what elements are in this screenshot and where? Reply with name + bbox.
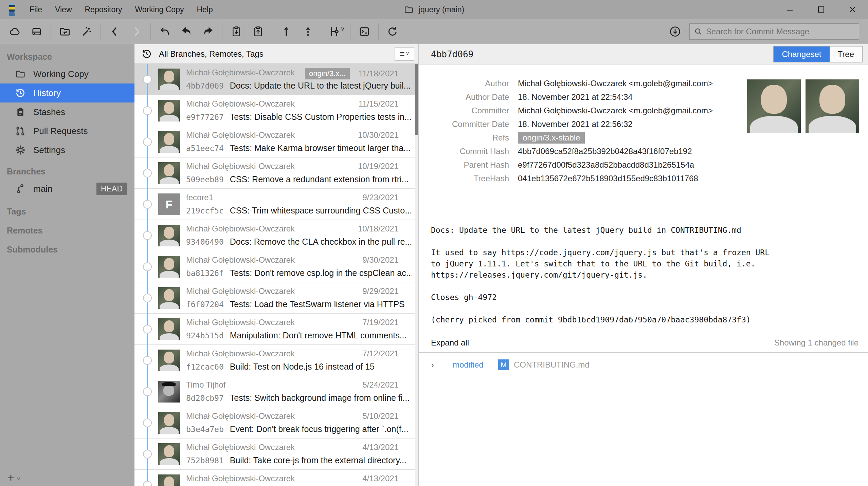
- commit-graph-node: [143, 200, 152, 209]
- commit-meta: 4/13/2021: [362, 443, 399, 452]
- section-workspace: Workspace: [0, 51, 134, 62]
- stash-save-button[interactable]: [225, 22, 247, 41]
- close-button[interactable]: [837, 0, 868, 19]
- commit-date: 7/12/2021: [362, 349, 399, 358]
- field-label: Committer Date: [431, 119, 509, 129]
- section-branches[interactable]: Branches: [0, 166, 134, 177]
- sidebar-item-pull-requests[interactable]: Pull Requests: [0, 122, 134, 141]
- chevron-right-icon[interactable]: ›: [431, 360, 453, 370]
- wand-button[interactable]: [76, 22, 97, 41]
- tab-changeset[interactable]: Changeset: [774, 46, 829, 62]
- scrollbar-thumb[interactable]: [415, 64, 418, 135]
- commit-row[interactable]: Michał Gołębiowski-Owczarek 9/29/2021 f6…: [134, 282, 418, 314]
- menu-help[interactable]: Help: [190, 0, 219, 19]
- push-dashed-button[interactable]: [297, 22, 319, 41]
- commit-list-scrollbar[interactable]: [415, 64, 418, 486]
- field-label: Author Date: [431, 92, 509, 102]
- field-label: Author: [431, 79, 509, 88]
- commit-hash: 924b515d: [186, 331, 224, 340]
- commit-graph-node: [143, 231, 152, 240]
- commit-avatar: [158, 287, 180, 309]
- tab-tree[interactable]: Tree: [830, 46, 862, 62]
- commit-date: 11/18/2021: [359, 69, 399, 78]
- commit-row[interactable]: Michał Gołębiowski-Owczarek 9/30/2021 ba…: [134, 251, 418, 282]
- commit-row[interactable]: Michał Gołębiowski-Owczarek 7/12/2021 f1…: [134, 345, 418, 376]
- cloud-button[interactable]: [4, 22, 26, 41]
- commit-row[interactable]: Michał Gołębiowski-Owczarek 7/19/2021 92…: [134, 314, 418, 345]
- detail-field-row: Committer Michał Gołębiowski-Owczarek <m…: [431, 104, 737, 117]
- detail-field-row: Refs origin/3.x-stable: [431, 131, 737, 145]
- section-submodules[interactable]: Submodules: [0, 244, 134, 255]
- commit-list-header: All Branches, Remotes, Tags ≡ ˅: [134, 44, 418, 64]
- push-branch-button[interactable]: [275, 22, 297, 41]
- back-icon: [109, 25, 121, 38]
- commit-avatar: [158, 381, 180, 403]
- commit-row[interactable]: Michał Gołębiowski-Owczarek 5/10/2021 b3…: [134, 407, 418, 438]
- add-repository-button[interactable]: + ˅: [7, 472, 20, 483]
- commit-row[interactable]: Michał Gołębiowski-Owczarek 11/15/2021 e…: [134, 95, 418, 126]
- sidebar-item-settings[interactable]: Settings: [0, 141, 134, 160]
- section-remotes[interactable]: Remotes: [0, 225, 134, 236]
- sidebar-item-history[interactable]: History: [0, 83, 134, 102]
- refresh-button[interactable]: [382, 22, 403, 41]
- commit-avatar: [158, 162, 180, 184]
- titlebar: File View Repository Working Copy Help j…: [0, 0, 868, 19]
- drive-button[interactable]: [26, 22, 48, 41]
- push-solid-button[interactable]: [197, 22, 219, 41]
- hamburger-icon: ≡: [400, 49, 405, 59]
- open-repo-button[interactable]: [54, 22, 76, 41]
- menu-working-copy[interactable]: Working Copy: [128, 0, 190, 19]
- maximize-button[interactable]: [806, 0, 837, 19]
- commit-avatar: [158, 256, 180, 278]
- commit-date: 10/18/2021: [358, 224, 399, 233]
- commit-row[interactable]: Timo Tijhof 5/24/2021 8d20cb97 Tests: Sw…: [134, 376, 418, 407]
- commit-row[interactable]: Michał Gołębiowski-Owczarek 10/18/2021 9…: [134, 220, 418, 251]
- changed-files-summary: Showing 1 changed file: [774, 338, 858, 348]
- back-button[interactable]: [104, 22, 126, 41]
- commit-date: 10/30/2021: [358, 130, 399, 140]
- minimize-icon: [785, 4, 795, 15]
- toolbar: ˅: [0, 19, 868, 44]
- commit-author: Michał Gołębiowski-Owczarek: [186, 318, 295, 327]
- forward-button[interactable]: [126, 22, 147, 41]
- filter-menu-button[interactable]: ≡ ˅: [395, 47, 414, 61]
- commit-author: Michał Gołębiowski-Owczarek: [186, 286, 295, 296]
- modified-badge: M: [498, 359, 509, 370]
- commit-avatar: [158, 225, 180, 246]
- commit-graph-node: [143, 169, 152, 177]
- pull-outline-button[interactable]: [154, 22, 176, 41]
- field-value: 041eb135672e672b518903d155ed9c83b1011768: [518, 174, 698, 183]
- commit-meta: 7/19/2021: [362, 318, 399, 327]
- commit-row[interactable]: Michał Gołębiowski-Owczarek 4/13/2021: [134, 470, 418, 486]
- detail-field-row: Commit Hash 4bb7d069ca52f8a25b392b0428a4…: [431, 145, 737, 158]
- changed-file-row[interactable]: › modified M CONTRIBUTING.md: [431, 357, 858, 373]
- commit-hash: 219ccf5c: [186, 206, 224, 215]
- expand-all-button[interactable]: Expand all: [431, 338, 469, 348]
- pull-solid-button[interactable]: [176, 22, 197, 41]
- commit-meta: origin/3.x... 11/18/2021: [305, 68, 399, 79]
- commit-row[interactable]: Michał Gołębiowski-Owczarek 4/13/2021 75…: [134, 438, 418, 470]
- commit-row[interactable]: F fecore1 9/23/2021 219ccf5c CSS: Trim w…: [134, 189, 418, 220]
- commit-row[interactable]: Michał Gołębiowski-Owczarek 10/19/2021 5…: [134, 157, 418, 189]
- menu-file[interactable]: File: [23, 0, 49, 19]
- menu-repository[interactable]: Repository: [78, 0, 129, 19]
- menu-view[interactable]: View: [49, 0, 78, 19]
- toolbar-separator: [101, 23, 101, 40]
- terminal-button[interactable]: [354, 22, 375, 41]
- fetch-button[interactable]: [667, 22, 683, 41]
- stash-pop-button[interactable]: [247, 22, 269, 41]
- sidebar-item-stashes[interactable]: Stashes: [0, 102, 134, 122]
- rebase-button[interactable]: ˅: [325, 22, 347, 41]
- commit-row[interactable]: Michał Gołębiowski-Owczarek origin/3.x..…: [134, 64, 418, 95]
- sidebar-item-working-copy[interactable]: Working Copy: [0, 64, 134, 83]
- sidebar-item-branch-main[interactable]: main HEAD: [0, 179, 134, 198]
- minimize-button[interactable]: [774, 0, 806, 19]
- search-input[interactable]: [706, 27, 855, 36]
- commit-author: Michał Gołębiowski-Owczarek: [186, 255, 295, 265]
- section-tags[interactable]: Tags: [0, 206, 134, 217]
- commit-hash: 4bb7d069: [186, 81, 224, 90]
- commit-row[interactable]: Michał Gołębiowski-Owczarek 10/30/2021 a…: [134, 126, 418, 157]
- commit-date: 5/24/2021: [362, 380, 399, 390]
- commit-subject: Build: Test on Node.js 16 instead of 15: [230, 362, 375, 372]
- commit-line2: 219ccf5c CSS: Trim whitespace surroundin…: [186, 206, 412, 216]
